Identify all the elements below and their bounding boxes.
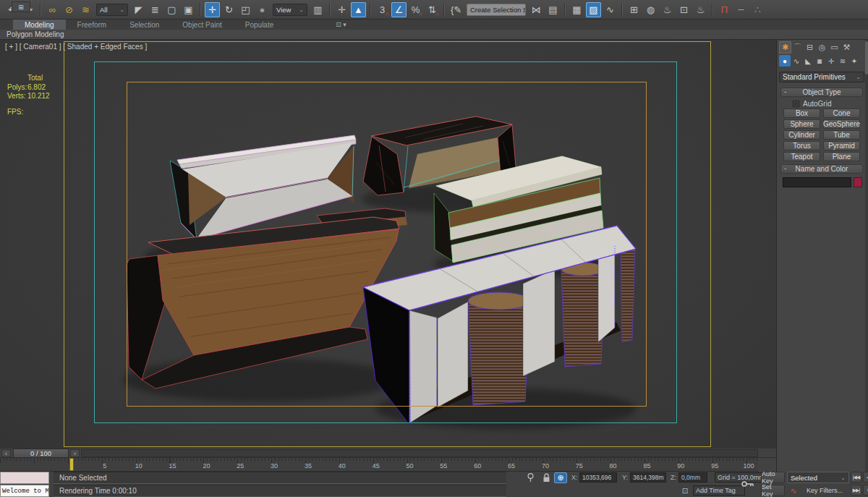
- next-frame-button[interactable]: ›: [70, 449, 80, 457]
- mini-curve-editor-button[interactable]: ⊞: [12, 1, 30, 12]
- keyboard-override-icon[interactable]: {✎: [448, 2, 464, 17]
- select-by-name-icon[interactable]: ≣: [148, 2, 163, 17]
- y-coordinate-field[interactable]: 3614,398m: [630, 472, 666, 483]
- toggle-layer-explorer-icon[interactable]: ▨: [586, 2, 601, 17]
- playback-button[interactable]: |◀◀: [851, 472, 861, 483]
- use-center-flyout-icon[interactable]: ▥: [310, 2, 326, 17]
- reference-coordinate-dropdown[interactable]: View⌄: [273, 4, 307, 16]
- particle-view-icon[interactable]: ∴: [750, 2, 765, 17]
- time-slider-track[interactable]: [81, 449, 758, 457]
- absolute-mode-transform-icon[interactable]: ⊕: [554, 472, 567, 483]
- primitive-type-dropdown[interactable]: Standard Primitives ⌄: [779, 72, 864, 82]
- material-editor-icon[interactable]: ◍: [643, 2, 658, 17]
- motion-tab-icon[interactable]: ◎: [816, 41, 828, 54]
- spinner-snap-icon[interactable]: ⇅∩: [425, 2, 440, 17]
- massfx-icon[interactable]: Π: [717, 2, 732, 17]
- utilities-tab-icon[interactable]: ⚒: [841, 41, 853, 54]
- time-slider-value[interactable]: 0 / 100: [13, 449, 69, 458]
- viewport[interactable]: [ + ] [ Camera01 ] [ Shaded + Edged Face…: [0, 40, 776, 449]
- plane-button[interactable]: Plane: [823, 152, 860, 161]
- select-and-move-icon[interactable]: ✛: [205, 2, 220, 17]
- angle-snap-icon[interactable]: ∠∩: [391, 2, 407, 17]
- teapot-button[interactable]: Teapot: [783, 152, 820, 161]
- select-and-manipulate-icon[interactable]: ✛: [334, 2, 349, 17]
- ribbon-tab-object-paint[interactable]: Object Paint: [171, 20, 233, 30]
- time-tag-icon[interactable]: ⊡: [678, 485, 692, 496]
- toolbar-separator: [329, 3, 331, 16]
- x-coordinate-field[interactable]: 10353,696: [579, 472, 617, 483]
- curve-editor-toolbar-icon[interactable]: ∿: [603, 2, 618, 17]
- lock-icon[interactable]: [540, 472, 553, 483]
- create-tab-icon[interactable]: ✱: [779, 41, 791, 54]
- render-setup-icon[interactable]: ♨: [660, 2, 675, 17]
- select-and-scale-icon[interactable]: ◰: [238, 2, 253, 17]
- selection-center-icon[interactable]: ●: [255, 2, 270, 17]
- set-key-button[interactable]: Set Key: [761, 485, 785, 496]
- box-button[interactable]: Box: [783, 109, 820, 118]
- autogrid-checkbox[interactable]: [793, 101, 799, 107]
- snap-mode-icon[interactable]: ▲: [351, 2, 366, 17]
- name-color-rollout-header[interactable]: - Name and Color: [780, 164, 863, 174]
- cylinder-button[interactable]: Cylinder: [783, 130, 820, 140]
- manage-layers-icon[interactable]: ▦: [569, 2, 584, 17]
- pin-icon[interactable]: [524, 472, 537, 483]
- add-time-tag[interactable]: Add Time Tag: [693, 485, 745, 496]
- z-coordinate-field[interactable]: 0,0mm: [678, 472, 707, 483]
- ribbon-panel-row[interactable]: Polygon Modeling: [0, 30, 868, 40]
- ribbon-tab-populate[interactable]: Populate: [234, 20, 285, 30]
- auto-key-button[interactable]: Auto Key: [761, 472, 785, 483]
- systems-category-icon[interactable]: ✦: [848, 55, 860, 67]
- unlink-selection-icon[interactable]: ⊘: [61, 2, 77, 17]
- key-filters-button[interactable]: Key Filters...: [801, 485, 848, 496]
- select-object-icon[interactable]: ◤: [131, 2, 146, 17]
- ribbon-minimize-icon[interactable]: ⊡ ▾: [336, 20, 346, 30]
- window-crossing-toggle-icon[interactable]: ▣: [181, 2, 196, 17]
- cone-button[interactable]: Cone: [823, 109, 860, 118]
- rectangular-region-icon[interactable]: ▢: [164, 2, 179, 17]
- snap-toggle-3d-icon[interactable]: 3∩: [375, 2, 390, 17]
- geosphere-button[interactable]: GeoSphere: [823, 119, 860, 129]
- playback-button[interactable]: ◀|: [863, 472, 868, 483]
- display-tab-icon[interactable]: ▭: [828, 41, 841, 54]
- animation-layers-icon[interactable]: ┄: [733, 2, 749, 17]
- helpers-category-icon[interactable]: ✛: [825, 55, 837, 67]
- pyramid-button[interactable]: Pyramid: [823, 141, 860, 150]
- current-time-marker[interactable]: [69, 458, 74, 471]
- hierarchy-tab-icon[interactable]: ⊟: [804, 41, 816, 54]
- select-and-rotate-icon[interactable]: ↻: [221, 2, 237, 17]
- schematic-view-icon[interactable]: ⊞: [626, 2, 642, 17]
- playback-button[interactable]: 0: [863, 485, 868, 496]
- viewport-label[interactable]: [ + ] [ Camera01 ] [ Shaded + Edged Face…: [5, 43, 147, 51]
- object-color-swatch[interactable]: [854, 177, 862, 187]
- render-production-icon[interactable]: ♨: [693, 2, 708, 17]
- rendered-frame-window-icon[interactable]: ⊡: [676, 2, 692, 17]
- named-selection-sets-dropdown[interactable]: Create Selection Se⌄: [467, 4, 526, 16]
- modify-tab-icon[interactable]: ⌒: [791, 41, 804, 54]
- cameras-category-icon[interactable]: ◙: [814, 55, 825, 67]
- tube-button[interactable]: Tube: [823, 130, 860, 140]
- space-warps-category-icon[interactable]: ≋: [837, 55, 848, 67]
- track-bar-ruler[interactable]: 5101520253035404550556065707580859095100: [0, 458, 758, 472]
- torus-button[interactable]: Torus: [783, 141, 820, 150]
- shapes-category-icon[interactable]: ∿: [791, 55, 802, 67]
- command-panel-scrollbar[interactable]: [865, 40, 868, 497]
- playback-button[interactable]: ▶▶|: [851, 485, 861, 496]
- previous-frame-button[interactable]: ‹: [1, 449, 11, 457]
- track-bar[interactable]: 5101520253035404550556065707580859095100: [0, 458, 776, 472]
- ribbon-tab-freeform[interactable]: Freeform: [66, 20, 119, 30]
- frame-label: 5: [103, 462, 106, 470]
- bind-to-space-warp-icon[interactable]: ≋: [78, 2, 93, 17]
- object-type-rollout-header[interactable]: - Object Type: [780, 88, 863, 97]
- selection-set-dropdown[interactable]: Selected ⌄: [787, 472, 849, 483]
- geometry-category-icon[interactable]: ●: [779, 55, 791, 67]
- selection-filter-dropdown[interactable]: All⌄: [96, 4, 128, 16]
- mirror-icon[interactable]: ⋈: [529, 2, 544, 17]
- percent-snap-icon[interactable]: %∩: [408, 2, 423, 17]
- align-icon[interactable]: ▤: [545, 2, 561, 17]
- select-and-link-icon[interactable]: ∞: [45, 2, 60, 17]
- ribbon-tab-selection[interactable]: Selection: [118, 20, 171, 30]
- lights-category-icon[interactable]: ◣: [802, 55, 814, 67]
- object-name-field[interactable]: [783, 177, 851, 187]
- ribbon-tab-modeling[interactable]: Modeling: [13, 20, 66, 30]
- sphere-button[interactable]: Sphere: [783, 119, 820, 129]
